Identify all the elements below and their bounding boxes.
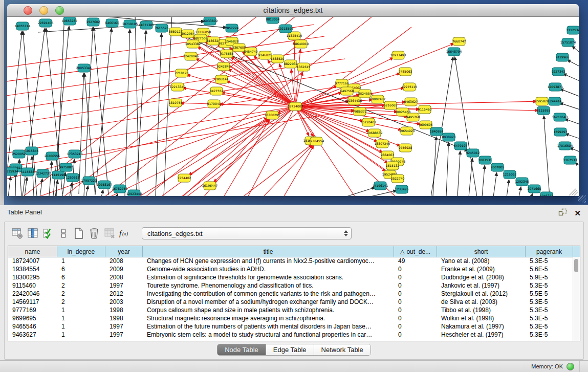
table-cell: 1 [57,307,105,314]
table-selector-dropdown[interactable]: citations_edges.txt [142,227,352,239]
graph-node-label: 7485063 [399,70,412,73]
graph-node-label: 9777169 [335,81,349,85]
scrollbar-thumb[interactable] [574,259,578,272]
graph-node-label: 10973493 [390,53,406,57]
table-row[interactable]: 1830029562008Estimation of significance … [8,273,573,281]
table-row[interactable]: 1872400712008Changes of HCN gene express… [8,257,573,265]
graph-node-label: 9507805 [491,165,505,169]
table-cell: 1997 [105,323,143,330]
graph-node-label: 17353913 [67,152,83,156]
table-row[interactable]: 911546021997Tourette syndrome. Phenomeno… [8,281,573,290]
table-cell: 5.3E-5 [526,282,573,289]
graph-node-label: 10958167 [97,183,113,186]
graph-node-label: 14671385 [139,23,155,27]
table-row[interactable]: 946362711997Embryonic stem cells: a mode… [8,331,573,339]
graph-node-label: 7254402 [178,176,191,180]
graph-node-label: 2803144 [215,77,229,81]
table-cell: 5.3E-5 [526,323,573,330]
graph-node-label: 10653287 [62,19,78,23]
float-panel-icon[interactable] [558,208,567,218]
table-cell: de Silva et al. (2003) [437,298,526,305]
trash-button[interactable] [86,226,102,241]
graph-node-label: 6497568 [340,89,354,93]
graph-node-label: 22691406 [38,21,54,25]
network-window-title: citations_edges.txt [7,4,579,16]
close-window-button[interactable] [24,6,32,15]
table-header-row: namein_degreeyeartitle△out_de...shortpag… [8,246,580,257]
table-row[interactable]: 977716911998Corpus callosum shape and si… [8,306,573,314]
tab-node-table[interactable]: Node Table [217,344,266,355]
graph-node-label: 1046377 [540,194,554,196]
column-header-name[interactable]: name [8,246,57,257]
column-visibility-button[interactable] [25,226,40,241]
select-columns-button[interactable] [40,226,56,241]
vertical-scrollbar[interactable] [573,257,580,341]
table-panel-title: Table Panel [7,208,42,216]
table-cell: 1 [57,257,105,265]
zoom-window-button[interactable] [55,6,64,15]
graph-node-label: 7986372 [353,110,367,113]
graph-node-label: 10719195 [122,22,138,26]
graph-node-label: 12975115 [402,85,418,89]
graph-node-label: 1167533 [563,158,577,162]
new-document-button[interactable] [71,226,86,241]
table-row[interactable]: 2242004622012Investigating the contribut… [8,290,573,298]
graph-node-label: 9699695 [419,123,433,126]
close-panel-icon[interactable]: ✕ [574,209,581,217]
graph-node-label: 10688639 [367,131,383,135]
graph-node-label: 22420046 [183,54,199,58]
graph-node-label: 12923448 [126,192,142,195]
tab-network-table[interactable]: Network Table [314,344,371,355]
tab-edge-table[interactable]: Edge Table [266,344,314,355]
graph-node-label: 8660123 [169,30,183,33]
network-canvas[interactable]: 1872400718300295866012389129542322605898… [7,17,579,196]
graph-node-label: 8822037 [284,62,298,65]
citation-network-graph[interactable]: 1872400718300295866012389129542322605898… [7,17,579,196]
network-window-titlebar[interactable]: citations_edges.txt [7,4,579,17]
table-cell: 9699695 [8,315,57,322]
memory-status-indicator [567,363,574,370]
graph-node-label: 9884067 [381,153,395,157]
table-cell: 6 [57,266,105,273]
graph-node-label: 8454749 [244,50,258,53]
column-header-title[interactable]: title [143,246,394,257]
graph-node-label: 1083531 [478,158,492,162]
desktop-resize-grip[interactable] [578,195,586,203]
graph-node-label: 14055714 [15,24,31,28]
table-cell: Genome-wide association studies in ADHD. [143,266,394,273]
table-cell: Tourette syndrome. Phenomenology and cla… [143,282,394,289]
table-cell: Tibbo et al. (1998) [437,307,526,314]
table-cell: 1997 [105,282,143,289]
graph-node-label: 1915845 [25,149,39,152]
column-header-short[interactable]: short [437,246,526,257]
graph-node-label: 16196447 [202,184,218,187]
table-settings-button[interactable] [10,226,25,241]
graph-node-label: 10807487 [370,97,386,101]
table-cell: Disruption of a novel member of a sodium… [143,298,394,305]
column-header-year[interactable]: year [105,246,143,257]
table-row[interactable]: 969969511998Structural magnetic resonanc… [8,314,573,322]
rows-button[interactable] [56,226,71,241]
graph-node-label: 18640910 [293,42,309,46]
table-cell: 5.3E-5 [526,298,573,305]
table-selector-value: citations_edges.txt [147,230,341,237]
graph-node-label: 19218596 [278,27,294,30]
table-row[interactable]: 1456911722003Disruption of a novel membe… [8,298,573,306]
graph-node-label: 20053346 [76,66,92,70]
column-header-pagerank[interactable]: pagerank [526,246,573,257]
table-cell: 9777169 [8,307,57,314]
minimize-window-button[interactable] [39,6,48,15]
table-cell: 0 [394,274,437,281]
function-builder-button[interactable]: f (x) [117,226,133,241]
table-cell: 18724007 [8,257,57,265]
table-cell: 9465546 [8,323,57,330]
column-header-in_degree[interactable]: in_degree [57,246,105,257]
graph-node-label: 8813054 [266,17,280,21]
table-cell: 5.5E-5 [526,290,573,297]
table-panel-header: Table Panel ✕ [0,205,588,221]
table-cell: 2008 [105,257,143,265]
table-cell: 0 [394,298,437,305]
column-header-out_de[interactable]: △out_de... [394,246,437,257]
table-row[interactable]: 1938455462009Genome-wide association stu… [8,265,573,273]
table-row[interactable]: 946554611997Estimation of the future num… [8,322,573,331]
